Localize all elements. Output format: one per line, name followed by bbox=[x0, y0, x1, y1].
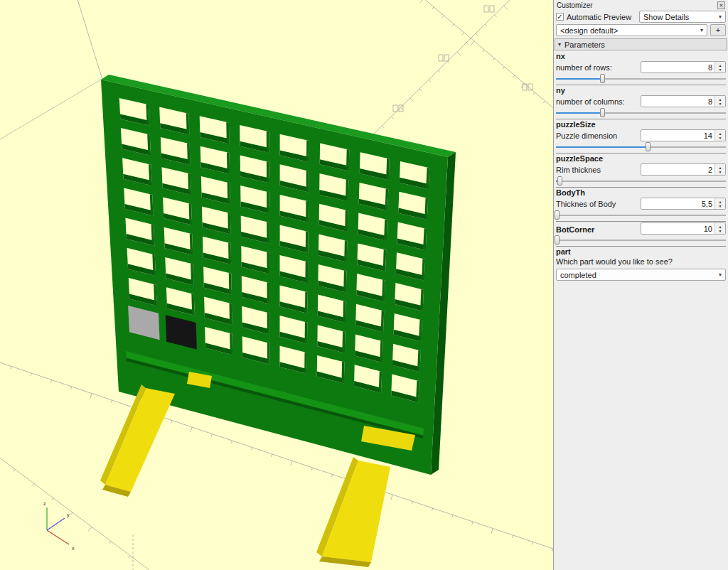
spinner-buttons[interactable]: ▲▼ bbox=[714, 198, 725, 209]
param-desc: Which part would you like to see? bbox=[556, 257, 726, 267]
parameters-list: nxnumber of rows:8▲▼nynumber of columns:… bbox=[554, 51, 728, 284]
openscad-window: zxy Customizer ✕ ✓ Automatic Preview Sho… bbox=[0, 0, 728, 570]
spin-down-icon[interactable]: ▼ bbox=[719, 68, 722, 72]
add-preset-button[interactable]: + bbox=[710, 24, 726, 36]
automatic-preview-checkbox[interactable]: ✓ Automatic Preview bbox=[556, 13, 636, 21]
slider-thumb[interactable] bbox=[555, 235, 560, 244]
param-value: 8 bbox=[708, 63, 712, 72]
spinner-buttons[interactable]: ▲▼ bbox=[714, 164, 725, 175]
z-axis-label: z bbox=[43, 501, 46, 506]
preview-row: ✓ Automatic Preview Show Details ▾ bbox=[554, 10, 728, 23]
panel-header: Customizer ✕ bbox=[554, 0, 728, 10]
show-details-select[interactable]: Show Details ▾ bbox=[639, 11, 726, 23]
BotCorner-slider[interactable] bbox=[556, 235, 726, 244]
param-BodyTh: BodyThThicknes of Body5,5▲▼ bbox=[556, 188, 726, 222]
collapse-triangle-icon: ▾ bbox=[558, 41, 561, 48]
param-BotCorner: BotCorner10▲▼ bbox=[556, 222, 726, 247]
param-desc: number of columns: bbox=[556, 97, 625, 107]
slider-thumb[interactable] bbox=[646, 142, 651, 151]
chevron-down-icon: ▾ bbox=[719, 271, 722, 278]
slider-track bbox=[556, 181, 726, 182]
slider-fill bbox=[556, 112, 602, 114]
param-name: BotCorner bbox=[556, 225, 594, 235]
puzzleSize-slider[interactable] bbox=[556, 142, 726, 151]
customizer-panel: Customizer ✕ ✓ Automatic Preview Show De… bbox=[553, 0, 728, 570]
show-details-value: Show Details bbox=[643, 13, 689, 21]
param-puzzleSize: puzzleSizePuzzle dimension14▲▼ bbox=[556, 119, 726, 154]
y-axis-label: y bbox=[67, 512, 70, 518]
spinner-buttons[interactable]: ▲▼ bbox=[714, 96, 725, 107]
spin-down-icon[interactable]: ▼ bbox=[719, 102, 722, 106]
checkmark-icon: ✓ bbox=[556, 13, 564, 21]
BodyTh-input[interactable]: 5,5▲▼ bbox=[641, 198, 726, 210]
param-name: BodyTh bbox=[556, 188, 726, 198]
param-name: puzzleSpace bbox=[556, 154, 726, 163]
param-value: 14 bbox=[704, 131, 712, 141]
puzzleSize-input[interactable]: 14▲▼ bbox=[641, 129, 726, 141]
puzzleSpace-slider[interactable] bbox=[556, 176, 726, 185]
part-select[interactable]: completed▾ bbox=[556, 269, 726, 281]
param-name: ny bbox=[556, 86, 726, 95]
slider-track bbox=[556, 240, 726, 241]
slider-fill bbox=[556, 146, 648, 148]
spin-down-icon[interactable]: ▼ bbox=[719, 170, 722, 174]
slider-thumb[interactable] bbox=[555, 210, 560, 220]
slider-track bbox=[556, 215, 726, 216]
x-axis-label: x bbox=[72, 546, 75, 551]
parameters-header-label: Parameters bbox=[564, 41, 605, 49]
param-desc: number of rows: bbox=[556, 63, 612, 73]
slider-fill bbox=[556, 78, 602, 80]
param-name: nx bbox=[556, 52, 726, 61]
spin-down-icon[interactable]: ▼ bbox=[719, 229, 722, 233]
param-value: 5,5 bbox=[702, 199, 712, 209]
3d-viewport[interactable]: zxy bbox=[0, 0, 553, 570]
puzzleSpace-input[interactable]: 2▲▼ bbox=[641, 163, 726, 176]
design-select[interactable]: <design default> ▾ bbox=[556, 24, 707, 36]
param-desc: Rim thicknes bbox=[556, 165, 601, 176]
spinner-buttons[interactable]: ▲▼ bbox=[714, 130, 725, 141]
spin-down-icon[interactable]: ▼ bbox=[719, 136, 722, 140]
nx-slider[interactable] bbox=[556, 74, 726, 83]
nx-input[interactable]: 8▲▼ bbox=[641, 61, 726, 73]
slider-thumb[interactable] bbox=[600, 74, 605, 83]
param-value: 10 bbox=[704, 224, 712, 234]
ny-input[interactable]: 8▲▼ bbox=[641, 95, 726, 107]
param-desc: Puzzle dimension bbox=[556, 131, 617, 141]
ny-slider[interactable] bbox=[556, 108, 726, 117]
param-value: 2 bbox=[708, 165, 712, 175]
spin-down-icon[interactable]: ▼ bbox=[719, 204, 722, 208]
param-part: partWhich part would you like to see?com… bbox=[556, 247, 726, 284]
chevron-down-icon: ▾ bbox=[719, 14, 722, 20]
slider-thumb[interactable] bbox=[600, 108, 605, 117]
param-name: part bbox=[556, 247, 726, 257]
param-puzzleSpace: puzzleSpaceRim thicknes2▲▼ bbox=[556, 154, 726, 188]
spinner-buttons[interactable]: ▲▼ bbox=[714, 223, 725, 234]
spinner-buttons[interactable]: ▲▼ bbox=[714, 62, 725, 72]
design-row: <design default> ▾ + bbox=[554, 23, 728, 37]
chevron-down-icon: ▾ bbox=[700, 27, 703, 33]
BodyTh-slider[interactable] bbox=[556, 210, 726, 220]
slider-thumb[interactable] bbox=[557, 176, 562, 185]
design-select-value: <design default> bbox=[560, 26, 618, 35]
parameters-group-header[interactable]: ▾ Parameters bbox=[555, 38, 727, 50]
param-nx: nxnumber of rows:8▲▼ bbox=[556, 51, 726, 85]
param-ny: nynumber of columns:8▲▼ bbox=[556, 85, 726, 119]
automatic-preview-label: Automatic Preview bbox=[567, 13, 631, 21]
param-value: 8 bbox=[708, 97, 712, 107]
panel-title: Customizer bbox=[557, 1, 593, 9]
param-desc: Thicknes of Body bbox=[556, 199, 616, 210]
param-select-value: completed bbox=[560, 271, 596, 279]
BotCorner-input[interactable]: 10▲▼ bbox=[641, 222, 726, 235]
param-name: puzzleSize bbox=[556, 120, 726, 129]
close-icon[interactable]: ✕ bbox=[717, 1, 725, 9]
